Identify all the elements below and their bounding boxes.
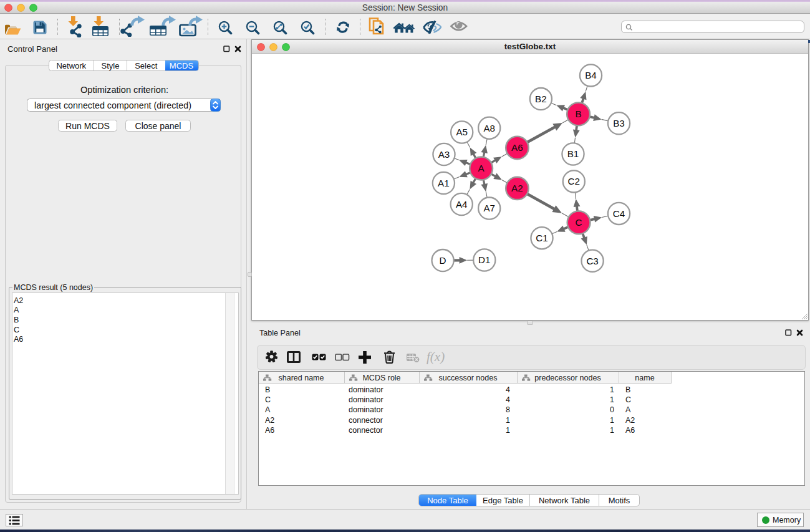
svg-text:C3: C3 (586, 256, 598, 266)
svg-text:B3: B3 (613, 118, 625, 128)
svg-text:B4: B4 (585, 70, 597, 80)
svg-text:A7: A7 (483, 203, 495, 213)
svg-text:D: D (440, 255, 446, 266)
svg-text:A3: A3 (438, 149, 450, 160)
svg-text:A2: A2 (511, 183, 523, 193)
svg-text:C: C (576, 217, 582, 228)
svg-text:B1: B1 (567, 148, 579, 159)
svg-text:C4: C4 (613, 208, 625, 219)
svg-text:A8: A8 (483, 123, 495, 133)
svg-text:A4: A4 (456, 199, 468, 210)
svg-text:A5: A5 (456, 127, 468, 137)
svg-text:B2: B2 (535, 94, 547, 104)
svg-text:C1: C1 (536, 233, 547, 243)
svg-text:A: A (478, 163, 485, 173)
svg-text:A1: A1 (438, 178, 450, 188)
svg-text:C2: C2 (568, 176, 580, 186)
svg-text:D1: D1 (478, 254, 490, 265)
svg-text:A6: A6 (511, 142, 523, 153)
svg-text:B: B (576, 109, 582, 119)
